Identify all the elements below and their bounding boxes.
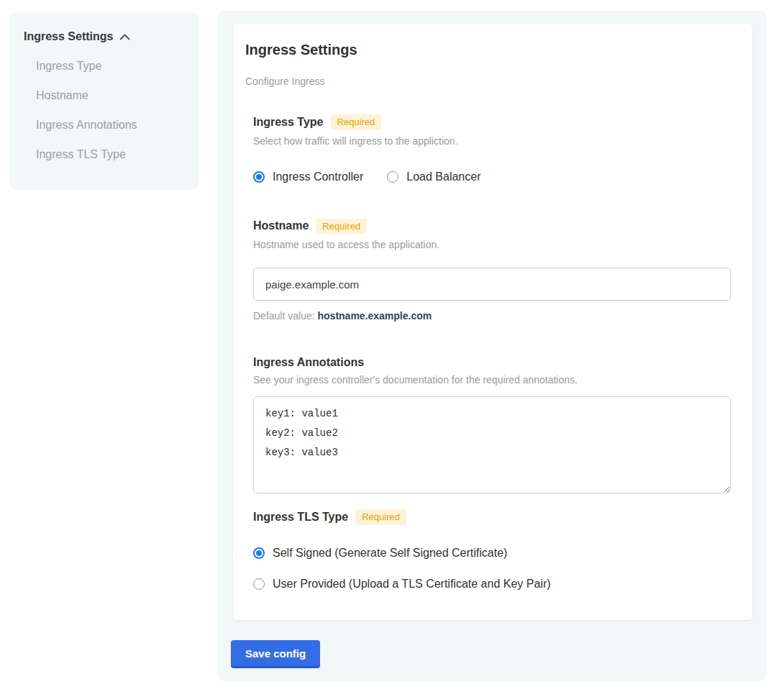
required-badge: Required — [331, 114, 382, 130]
radio-unselected-icon[interactable] — [387, 171, 398, 183]
sidebar-item-ingress-annotations[interactable]: Ingress Annotations — [24, 119, 185, 132]
chevron-up-icon — [119, 34, 130, 40]
hostname-default-line: Default value: hostname.example.com — [253, 310, 731, 322]
config-sections: Ingress Type Required Select how traffic… — [253, 114, 731, 591]
section-hostname-label: Hostname — [253, 219, 309, 232]
radio-selected-icon[interactable] — [253, 547, 265, 559]
section-hostname: Hostname Required Hostname used to acces… — [253, 219, 731, 322]
section-ingress-annotations-header: Ingress Annotations — [253, 356, 731, 369]
hostname-default-label: Default value: — [253, 310, 315, 322]
card-subtitle: Configure Ingress — [245, 76, 731, 87]
radio-selected-icon[interactable] — [253, 171, 265, 183]
section-ingress-type-label: Ingress Type — [253, 116, 324, 129]
section-ingress-type-header: Ingress Type Required — [253, 114, 731, 130]
section-ingress-annotations-help: See your ingress controller's documentat… — [253, 374, 731, 386]
sidebar-item-ingress-type[interactable]: Ingress Type — [24, 60, 185, 73]
radio-option-label: Load Balancer — [406, 170, 480, 183]
section-ingress-type: Ingress Type Required Select how traffic… — [253, 114, 731, 183]
config-nav-sidebar: Ingress Settings Ingress Type Hostname I… — [9, 12, 199, 190]
config-panel: Ingress Settings Configure Ingress Ingre… — [217, 11, 767, 681]
section-hostname-header: Hostname Required — [253, 219, 731, 234]
radio-option-ingress-controller[interactable]: Ingress Controller — [253, 170, 363, 183]
required-badge: Required — [355, 509, 406, 525]
sidebar-group-ingress-settings[interactable]: Ingress Settings — [24, 30, 185, 43]
card-title: Ingress Settings — [245, 42, 731, 58]
sidebar-group-label: Ingress Settings — [24, 30, 113, 43]
radio-unselected-icon[interactable] — [253, 578, 265, 590]
ingress-type-radio-group: Ingress Controller Load Balancer — [253, 170, 731, 183]
section-ingress-tls-type: Ingress TLS Type Required Self Signed (G… — [253, 509, 731, 591]
required-badge: Required — [316, 219, 367, 234]
hostname-default-value: hostname.example.com — [318, 310, 432, 322]
section-ingress-type-help: Select how traffic will ingress to the a… — [253, 135, 731, 147]
sidebar-item-list: Ingress Type Hostname Ingress Annotation… — [24, 60, 185, 161]
section-ingress-annotations: Ingress Annotations See your ingress con… — [253, 356, 731, 493]
ingress-annotations-textarea[interactable]: key1: value1 key2: value2 key3: value3 — [253, 396, 731, 493]
section-ingress-annotations-label: Ingress Annotations — [253, 356, 364, 369]
sidebar-item-hostname[interactable]: Hostname — [24, 89, 185, 102]
sidebar-item-ingress-tls-type[interactable]: Ingress TLS Type — [24, 148, 185, 161]
radio-option-label: Self Signed (Generate Self Signed Certif… — [273, 547, 507, 560]
save-config-button[interactable]: Save config — [231, 640, 320, 668]
section-ingress-tls-type-label: Ingress TLS Type — [253, 511, 348, 524]
section-ingress-tls-type-header: Ingress TLS Type Required — [253, 509, 731, 525]
ingress-tls-radio-group: Self Signed (Generate Self Signed Certif… — [253, 547, 731, 591]
radio-option-user-provided[interactable]: User Provided (Upload a TLS Certificate … — [253, 578, 731, 591]
radio-option-label: Ingress Controller — [273, 170, 363, 183]
radio-option-load-balancer[interactable]: Load Balancer — [387, 170, 480, 183]
radio-option-self-signed[interactable]: Self Signed (Generate Self Signed Certif… — [253, 547, 731, 560]
hostname-input[interactable] — [253, 268, 731, 301]
radio-option-label: User Provided (Upload a TLS Certificate … — [273, 578, 551, 591]
ingress-settings-card: Ingress Settings Configure Ingress Ingre… — [233, 24, 752, 620]
section-hostname-help: Hostname used to access the application. — [253, 239, 731, 250]
